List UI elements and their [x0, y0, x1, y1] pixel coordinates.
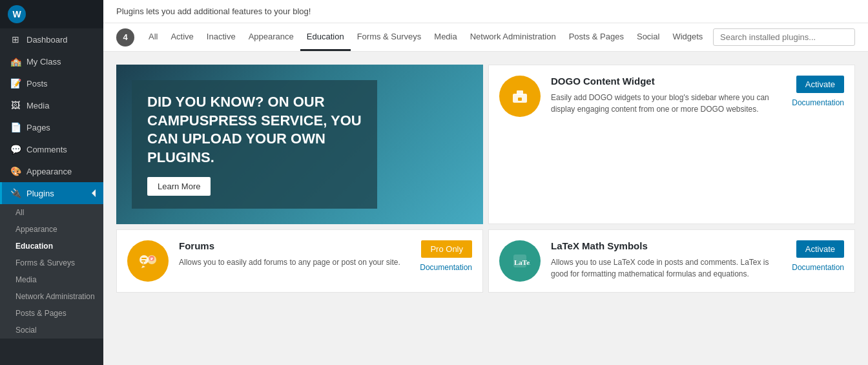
submenu-network-admin[interactable]: Network Administration — [0, 288, 103, 305]
svg-rect-9 — [150, 258, 153, 259]
sidebar-item-label: My Class — [26, 57, 61, 67]
submenu-all[interactable]: All — [0, 204, 103, 221]
svg-rect-5 — [141, 258, 147, 259]
hero-text-box: DID YOU KNOW? ON OUR CAMPUSPRESS SERVICE… — [132, 80, 377, 209]
plugins-grid: DID YOU KNOW? ON OUR CAMPUSPRESS SERVICE… — [103, 52, 868, 295]
plugin-card-latex: LaTeX LaTeX Math Symbols Allows you to u… — [488, 229, 855, 293]
svg-point-3 — [140, 255, 149, 264]
tab-social[interactable]: Social — [630, 24, 666, 51]
filter-count-badge: 4 — [116, 28, 134, 47]
tab-appearance[interactable]: Appearance — [242, 24, 300, 51]
forums-desc: Allows you to easily add forums to any p… — [179, 256, 409, 268]
latex-actions: Activate Documentation — [792, 240, 844, 272]
pages-icon: 📄 — [10, 121, 21, 133]
forums-info: Forums Allows you to easily add forums t… — [179, 240, 409, 268]
svg-rect-1 — [517, 90, 523, 95]
dashboard-icon: ⊞ — [10, 34, 21, 45]
svg-rect-6 — [141, 260, 145, 262]
search-input[interactable] — [713, 28, 855, 46]
learn-more-button[interactable]: Learn More — [147, 177, 211, 196]
sidebar-item-label: Dashboard — [26, 35, 68, 45]
latex-doc-link[interactable]: Documentation — [792, 263, 844, 272]
dogo-desc: Easily add DOGO widgets to your blog's s… — [551, 92, 781, 115]
hero-heading: DID YOU KNOW? ON OUR CAMPUSPRESS SERVICE… — [147, 93, 362, 167]
latex-name: LaTeX Math Symbols — [551, 240, 781, 251]
sidebar-item-label: Comments — [26, 145, 67, 154]
tab-media[interactable]: Media — [428, 24, 463, 51]
sidebar-item-appearance[interactable]: 🎨 Appearance — [0, 160, 103, 182]
tab-inactive[interactable]: Inactive — [200, 24, 242, 51]
tab-posts-pages[interactable]: Posts & Pages — [563, 24, 630, 51]
dogo-info: DOGO Content Widget Easily add DOGO widg… — [551, 76, 781, 115]
sidebar-item-label: Media — [26, 101, 49, 110]
forums-doc-link[interactable]: Documentation — [420, 263, 472, 272]
sidebar: W ⊞ Dashboard 🏫 My Class 📝 Posts 🖼 Media… — [0, 0, 103, 365]
posts-icon: 📝 — [10, 78, 21, 89]
latex-info: LaTeX Math Symbols Allows you to use LaT… — [551, 240, 781, 280]
sidebar-item-label: Posts — [26, 79, 48, 89]
forums-actions: Pro Only Documentation — [420, 240, 472, 272]
submenu-social[interactable]: Social — [0, 322, 103, 339]
latex-desc: Allows you to use LaTeX code in posts an… — [551, 256, 781, 280]
wordpress-icon: W — [8, 5, 26, 23]
latex-activate-button[interactable]: Activate — [796, 240, 844, 258]
plugins-submenu: All Appearance Education Forms & Surveys… — [0, 204, 103, 339]
sidebar-item-plugins[interactable]: 🔌 Plugins — [0, 182, 103, 204]
appearance-icon: 🎨 — [10, 165, 21, 177]
plugins-icon: 🔌 — [10, 187, 21, 199]
dogo-doc-link[interactable]: Documentation — [792, 98, 844, 107]
sidebar-item-my-class[interactable]: 🏫 My Class — [0, 50, 103, 72]
plugin-card-dogo: DOGO Content Widget Easily add DOGO widg… — [488, 65, 855, 224]
forums-name: Forums — [179, 240, 409, 251]
active-arrow-icon — [92, 189, 96, 197]
plugin-card-forums: Forums Allows you to easily add forums t… — [116, 229, 483, 293]
sidebar-item-label: Appearance — [26, 167, 72, 176]
sidebar-item-comments[interactable]: 💬 Comments — [0, 138, 103, 160]
search-wrap — [713, 23, 855, 51]
svg-point-7 — [143, 262, 144, 264]
sidebar-item-dashboard[interactable]: ⊞ Dashboard — [0, 28, 103, 50]
comments-icon: 💬 — [10, 143, 21, 155]
plugins-notice: Plugins lets you add additional features… — [103, 0, 868, 23]
tab-education[interactable]: Education — [300, 24, 351, 51]
hero-card: DID YOU KNOW? ON OUR CAMPUSPRESS SERVICE… — [116, 65, 483, 224]
my-class-icon: 🏫 — [10, 56, 21, 67]
tab-active[interactable]: Active — [164, 24, 200, 51]
svg-rect-2 — [518, 98, 522, 101]
tab-forms-surveys[interactable]: Forms & Surveys — [351, 24, 428, 51]
latex-icon: LaTeX — [499, 240, 541, 282]
forums-icon — [127, 240, 169, 282]
submenu-posts-pages[interactable]: Posts & Pages — [0, 305, 103, 322]
dogo-icon — [499, 76, 541, 117]
svg-rect-10 — [150, 259, 152, 260]
dogo-actions: Activate Documentation — [792, 76, 844, 107]
sidebar-item-pages[interactable]: 📄 Pages — [0, 116, 103, 138]
submenu-education[interactable]: Education — [0, 238, 103, 255]
media-icon: 🖼 — [10, 99, 21, 111]
submenu-forms-surveys[interactable]: Forms & Surveys — [0, 255, 103, 271]
dogo-activate-button[interactable]: Activate — [796, 76, 844, 93]
main-content: Plugins lets you add additional features… — [103, 0, 868, 365]
sidebar-logo: W — [0, 0, 103, 28]
sidebar-item-posts[interactable]: 📝 Posts — [0, 72, 103, 94]
tab-all[interactable]: All — [142, 24, 164, 51]
submenu-appearance[interactable]: Appearance — [0, 221, 103, 238]
forums-pro-only-button[interactable]: Pro Only — [421, 240, 472, 258]
filter-bar: 4 All Active Inactive Appearance Educati… — [103, 23, 868, 52]
svg-text:LaTeX: LaTeX — [514, 258, 530, 266]
hero-content: DID YOU KNOW? ON OUR CAMPUSPRESS SERVICE… — [116, 65, 483, 224]
submenu-media[interactable]: Media — [0, 271, 103, 288]
dogo-name: DOGO Content Widget — [551, 76, 781, 87]
tab-network-admin[interactable]: Network Administration — [464, 24, 563, 51]
sidebar-item-label: Pages — [26, 123, 50, 132]
sidebar-item-label: Plugins — [26, 189, 54, 198]
sidebar-item-media[interactable]: 🖼 Media — [0, 94, 103, 116]
tab-widgets[interactable]: Widgets — [666, 24, 709, 51]
